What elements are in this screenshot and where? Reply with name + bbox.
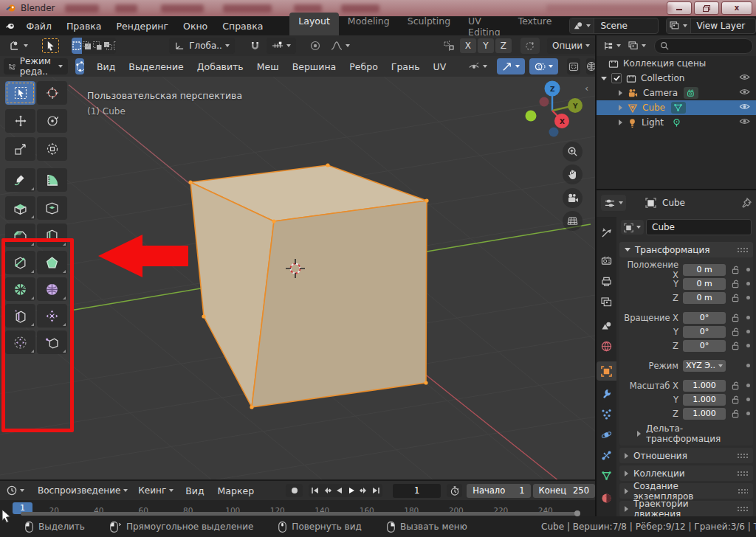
select-mode-intersect[interactable] — [113, 38, 116, 54]
lock-icon[interactable] — [730, 342, 741, 350]
tab-constraints[interactable] — [597, 446, 616, 465]
select-mode-subtract[interactable] — [92, 38, 103, 54]
animate-dot[interactable] — [746, 398, 750, 401]
proportional-falloff-dropdown[interactable] — [326, 38, 355, 54]
collapse-panel-icon[interactable]: ‹ — [585, 83, 588, 94]
tool-scale[interactable] — [5, 137, 35, 161]
overlays-toggle-dropdown[interactable] — [529, 58, 558, 75]
prev-keyframe-button[interactable] — [321, 484, 334, 497]
select-mode-extend[interactable] — [82, 38, 92, 54]
scene-browse-dropdown[interactable] — [570, 18, 594, 33]
delta-transform-panel-header[interactable]: Дельта-трансформация — [637, 426, 753, 441]
lock-icon[interactable] — [730, 280, 741, 288]
panel-drag-grip[interactable] — [737, 453, 748, 458]
mesh-browse-dropdown[interactable] — [621, 220, 644, 235]
outliner-row-light[interactable]: Light — [597, 115, 756, 130]
animate-dot[interactable] — [746, 364, 750, 367]
transform-orientation-dropdown[interactable]: Глоба.. — [169, 38, 235, 54]
expand-icon[interactable] — [619, 119, 622, 125]
collapsed-panel-header[interactable]: Отношения — [619, 448, 753, 463]
select-mode-invert[interactable] — [103, 38, 113, 54]
animate-dot[interactable] — [746, 330, 750, 333]
scrollbar-handle[interactable] — [574, 510, 580, 516]
camera-view-button[interactable] — [563, 188, 583, 208]
tab-modifiers[interactable] — [597, 384, 616, 403]
transform-value-field[interactable]: 0° — [683, 340, 726, 352]
outliner-display-mode-dropdown[interactable] — [601, 38, 623, 54]
outliner-row-scene-collection[interactable]: Коллекция сцены — [597, 56, 756, 71]
tab-physics[interactable] — [597, 425, 616, 444]
transform-value-field[interactable]: 0° — [683, 312, 726, 324]
proportional-editing-toggle[interactable] — [305, 38, 326, 54]
timeline-menu-view[interactable]: Вид — [179, 482, 210, 499]
menubar-menu-item[interactable]: Справка — [215, 18, 270, 34]
tool-select-box[interactable] — [5, 81, 35, 105]
timeline-editor-type-dropdown[interactable] — [4, 482, 27, 499]
viewport-menu-item[interactable]: Меш — [250, 58, 286, 75]
tab-material[interactable] — [597, 488, 616, 507]
collection-checkbox[interactable] — [611, 73, 622, 83]
scene-name[interactable]: Scene — [594, 21, 658, 31]
tab-object-data[interactable] — [597, 466, 616, 485]
snap-target-dropdown[interactable] — [267, 38, 296, 54]
menubar-menu-item[interactable]: Правка — [59, 18, 109, 34]
playback-dropdown[interactable]: Воспроизведение — [32, 482, 133, 499]
lock-icon[interactable] — [730, 294, 741, 302]
tool-measure[interactable] — [37, 168, 67, 192]
active-tool-indicator[interactable] — [41, 38, 60, 54]
panel-drag-grip[interactable] — [738, 488, 748, 493]
jump-to-start-button[interactable] — [309, 484, 321, 497]
camera-data-badge[interactable] — [684, 87, 698, 99]
viewport-menu-item[interactable]: Ребро — [343, 58, 385, 75]
outliner-row-cube[interactable]: Cube — [597, 100, 756, 115]
hide-eye-icon[interactable] — [739, 103, 750, 113]
current-frame-field[interactable]: 1 — [393, 484, 441, 498]
collapsed-panel-header[interactable]: Траектории движения — [619, 501, 753, 516]
hide-eye-icon[interactable] — [739, 117, 750, 128]
transform-value-field[interactable]: 1.000 — [683, 408, 726, 420]
tool-transform[interactable] — [37, 137, 67, 161]
light-data-badge[interactable] — [670, 117, 684, 128]
frame-start-field[interactable]: Начало1 — [467, 484, 530, 498]
hide-eye-icon[interactable] — [739, 73, 750, 83]
tool-move[interactable] — [5, 109, 35, 133]
animate-dot[interactable] — [746, 344, 750, 347]
viewport-menu-item[interactable]: Вершина — [286, 58, 343, 75]
timeline-menu-marker[interactable]: Маркер — [211, 482, 261, 499]
keying-dropdown[interactable]: Кеинг — [133, 482, 179, 499]
lock-icon[interactable] — [730, 409, 741, 418]
animate-dot[interactable] — [746, 268, 750, 271]
frame-end-field[interactable]: Конец250 — [533, 484, 595, 498]
properties-editor-type-dropdown[interactable] — [601, 195, 626, 211]
play-button[interactable] — [346, 484, 358, 497]
viewport-menu-item[interactable]: Выделение — [122, 58, 190, 75]
lock-icon[interactable] — [730, 381, 741, 390]
expand-icon[interactable] — [619, 90, 622, 96]
panel-drag-grip[interactable] — [737, 506, 748, 511]
xray-toggle[interactable] — [567, 58, 580, 75]
lock-icon[interactable] — [730, 328, 741, 336]
animate-dot[interactable] — [746, 384, 750, 387]
outliner-search-input[interactable] — [654, 38, 753, 54]
outliner-row-camera[interactable]: Camera — [597, 86, 756, 100]
gizmos-toggle-dropdown[interactable] — [497, 58, 525, 75]
jump-to-end-button[interactable] — [370, 484, 382, 497]
mirror-axis-button[interactable]: Y — [478, 38, 494, 53]
tool-cursor[interactable] — [37, 81, 67, 105]
expand-icon[interactable] — [619, 105, 622, 111]
tab-particles[interactable] — [597, 404, 616, 423]
tool-annotate[interactable] — [5, 168, 35, 192]
mirror-axis-button[interactable]: X — [460, 38, 476, 53]
viewport-menu-item[interactable]: Грань — [385, 58, 427, 75]
transform-value-field[interactable]: 1.000 — [683, 394, 726, 406]
transform-value-field[interactable]: 0 m — [683, 292, 726, 304]
timeline-ruler[interactable]: 20406080100120140160180200220240 1 — [0, 500, 595, 516]
tool-inset-faces[interactable] — [37, 196, 67, 220]
shading-wireframe[interactable] — [586, 58, 595, 75]
lock-icon[interactable] — [730, 266, 741, 274]
menubar-menu-item[interactable]: Файл — [18, 18, 59, 34]
collapsed-panel-header[interactable]: Коллекции — [619, 465, 753, 481]
snap-toggle[interactable] — [245, 38, 265, 54]
play-reverse-button[interactable] — [333, 484, 346, 497]
tab-view-layer[interactable] — [597, 292, 616, 311]
